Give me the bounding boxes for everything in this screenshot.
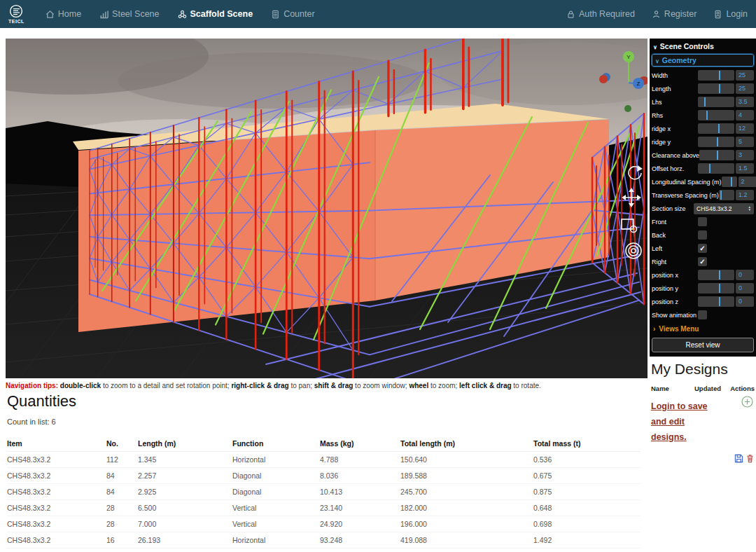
- slider-track[interactable]: [722, 177, 737, 187]
- slider-value-box[interactable]: 0: [736, 283, 754, 294]
- show-animation-checkbox[interactable]: [698, 310, 707, 319]
- nav-label: Counter: [284, 9, 314, 19]
- slider-value-box[interactable]: 25: [736, 70, 754, 81]
- slider-value-box[interactable]: 4: [736, 110, 754, 120]
- slider-handle[interactable]: [731, 177, 732, 186]
- viewport-3d-canvas[interactable]: Y Z: [6, 39, 648, 378]
- slider-row: Lhs 3.5: [652, 96, 754, 108]
- slider-track[interactable]: [698, 97, 734, 107]
- slider-handle[interactable]: [709, 164, 710, 173]
- nav-label: Register: [664, 9, 697, 19]
- slider-value-box[interactable]: 1.2: [736, 190, 754, 200]
- slider-label: Rhs: [652, 112, 698, 119]
- checkbox-label: Front: [652, 219, 698, 226]
- slider-track[interactable]: [698, 123, 734, 134]
- gizmo-bottom-ball[interactable]: [624, 105, 631, 112]
- scene-3d: Y Z: [6, 39, 648, 378]
- login-to-save-link[interactable]: Login to save and edit designs.: [651, 399, 711, 446]
- slider-handle[interactable]: [719, 270, 720, 280]
- nav-item-counter[interactable]: Counter: [271, 9, 314, 19]
- chevron-down-icon: ∨: [653, 44, 657, 50]
- slider-handle[interactable]: [719, 84, 720, 93]
- col-function: Function: [232, 436, 320, 452]
- slider-value-box[interactable]: 12: [736, 123, 754, 134]
- nav-item-scaffold-scene[interactable]: Scaffold Scene: [178, 9, 253, 19]
- nav-label: Home: [58, 9, 81, 19]
- chevron-down-icon: ∨: [655, 58, 659, 64]
- slider-value-box[interactable]: 1.5: [736, 163, 754, 174]
- col-updated: Updated: [694, 385, 728, 392]
- tip-segment: to pan;: [289, 382, 314, 389]
- slider-track[interactable]: [698, 137, 734, 147]
- section-size-select[interactable]: CHS48.3x3.2 ▲▼: [694, 203, 754, 214]
- slider-track[interactable]: [698, 296, 734, 307]
- slider-handle[interactable]: [717, 151, 718, 160]
- slider-row: Transverse Spacing (m) 1.2: [652, 189, 754, 201]
- nav-item-login[interactable]: Login: [713, 9, 748, 19]
- scene-controls-header[interactable]: ∨Scene Controls: [652, 40, 754, 53]
- checkbox-row: Left: [652, 242, 754, 254]
- delete-design-icon[interactable]: [746, 454, 755, 463]
- slider-handle[interactable]: [719, 297, 720, 306]
- totals-row: Totals 1383.016 4.924: [7, 548, 640, 552]
- slider-row: position y 0: [652, 282, 754, 294]
- checkbox[interactable]: [698, 217, 707, 226]
- slider-track[interactable]: [698, 83, 734, 94]
- checkbox[interactable]: [698, 244, 707, 253]
- slider-handle[interactable]: [718, 124, 720, 133]
- slider-handle[interactable]: [704, 97, 706, 106]
- steel-scene-icon: [99, 10, 108, 19]
- checkbox-label: Show animation: [652, 312, 698, 319]
- slider-track[interactable]: [698, 283, 734, 294]
- reset-view-button[interactable]: Reset view: [652, 338, 754, 352]
- slider-value-box[interactable]: 0: [736, 270, 754, 280]
- col-item: Item: [7, 436, 106, 452]
- checkbox-row: Front: [652, 216, 754, 228]
- slider-track[interactable]: [719, 190, 734, 200]
- tip-segment: double-click: [60, 382, 101, 389]
- designs-table-header: Name Updated Actions: [651, 385, 755, 392]
- tip-segment: Navigation tips:: [6, 382, 60, 389]
- slider-value-box[interactable]: 0: [736, 296, 754, 307]
- nav-item-register[interactable]: Register: [652, 9, 697, 19]
- home-icon: [46, 10, 55, 19]
- slider-value-box[interactable]: 2: [738, 177, 756, 187]
- checkbox-row: Right: [652, 256, 754, 268]
- gizmo-neg-axis-ball[interactable]: [599, 75, 608, 83]
- table-row: CHS48.3x3.216 26.193Horizontal 93.248419…: [7, 532, 640, 548]
- slider-label: Longitudinal Spacing (m): [652, 179, 722, 186]
- slider-value-box[interactable]: 5: [736, 137, 754, 147]
- slider-track[interactable]: [698, 70, 734, 81]
- quantities-table: Item No. Length (m) Function Mass (kg) T…: [7, 436, 640, 552]
- nav-item-home[interactable]: Home: [46, 9, 81, 19]
- slider-handle[interactable]: [706, 111, 708, 120]
- navigation-tips: Navigation tips: double-click to zoom to…: [6, 382, 644, 389]
- slider-handle[interactable]: [719, 71, 720, 80]
- slider-handle[interactable]: [717, 137, 718, 146]
- tip-segment: to rotate.: [512, 382, 541, 389]
- slider-track[interactable]: [698, 163, 734, 174]
- views-menu-header[interactable]: ›Views Menu: [652, 322, 754, 334]
- nav-label: Steel Scene: [112, 9, 159, 19]
- nav-item-steel-scene[interactable]: Steel Scene: [99, 9, 159, 19]
- slider-handle[interactable]: [720, 191, 722, 200]
- slider-track[interactable]: [699, 150, 734, 160]
- checkbox[interactable]: [698, 257, 707, 266]
- slider-value-box[interactable]: 3: [736, 150, 754, 160]
- checkbox[interactable]: [698, 230, 707, 240]
- slider-handle[interactable]: [719, 284, 720, 293]
- slider-track[interactable]: [698, 110, 734, 120]
- save-design-icon[interactable]: [734, 454, 743, 463]
- add-design-icon[interactable]: [741, 396, 753, 410]
- nav-links: Home Steel Scene Scaffold Scene Counter: [46, 9, 315, 19]
- tip-segment: to zoom to a detail and set rotation poi…: [101, 382, 231, 389]
- nav-item-auth-required[interactable]: Auth Required: [566, 9, 635, 19]
- slider-row: position z 0: [652, 296, 754, 308]
- slider-label: Clearance above: [652, 152, 699, 159]
- brand-logo[interactable]: TEICL: [8, 4, 24, 24]
- slider-value-box[interactable]: 3.5: [736, 97, 754, 107]
- geometry-section-header[interactable]: ∨Geometry: [652, 54, 754, 67]
- slider-row: ridge y 5: [652, 136, 754, 148]
- slider-value-box[interactable]: 25: [736, 83, 754, 94]
- slider-track[interactable]: [698, 270, 734, 280]
